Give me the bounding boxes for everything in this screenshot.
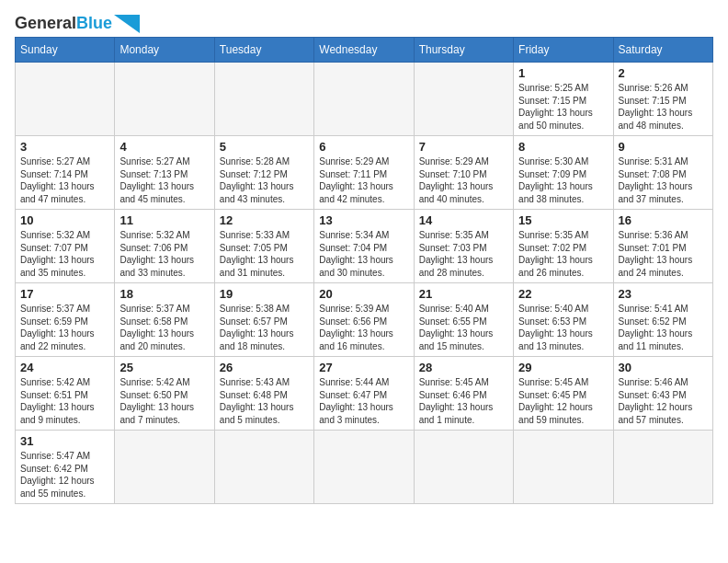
calendar-day-cell: 19Sunrise: 5:38 AM Sunset: 6:57 PM Dayli… [214, 283, 313, 357]
calendar-day-cell: 26Sunrise: 5:43 AM Sunset: 6:48 PM Dayli… [214, 357, 313, 431]
day-info: Sunrise: 5:29 AM Sunset: 7:10 PM Dayligh… [419, 155, 508, 205]
day-info: Sunrise: 5:40 AM Sunset: 6:53 PM Dayligh… [518, 303, 608, 352]
calendar-day-cell: 27Sunrise: 5:44 AM Sunset: 6:47 PM Dayli… [314, 357, 414, 431]
day-number: 12 [220, 213, 309, 227]
day-info: Sunrise: 5:31 AM Sunset: 7:08 PM Dayligh… [619, 155, 708, 205]
calendar-day-cell [314, 63, 414, 136]
calendar-day-cell [214, 431, 313, 504]
calendar-week-row: 24Sunrise: 5:42 AM Sunset: 6:51 PM Dayli… [16, 357, 713, 431]
day-info: Sunrise: 5:38 AM Sunset: 6:57 PM Dayligh… [220, 303, 309, 352]
day-info: Sunrise: 5:34 AM Sunset: 7:04 PM Dayligh… [319, 229, 408, 279]
calendar-day-cell [514, 431, 613, 504]
calendar-day-cell: 30Sunrise: 5:46 AM Sunset: 6:43 PM Dayli… [613, 357, 712, 431]
day-number: 18 [119, 287, 209, 301]
day-number: 3 [20, 140, 109, 154]
calendar-day-cell: 13Sunrise: 5:34 AM Sunset: 7:04 PM Dayli… [314, 210, 414, 283]
day-info: Sunrise: 5:33 AM Sunset: 7:05 PM Dayligh… [220, 229, 309, 279]
day-number: 5 [220, 140, 309, 154]
weekday-header-monday: Monday [115, 38, 214, 63]
weekday-header-saturday: Saturday [613, 38, 712, 63]
logo: GeneralBlue [15, 15, 140, 33]
calendar-day-cell [414, 431, 513, 504]
calendar-day-cell [613, 431, 712, 504]
day-number: 28 [419, 361, 508, 374]
calendar-day-cell: 24Sunrise: 5:42 AM Sunset: 6:51 PM Dayli… [16, 357, 115, 431]
day-info: Sunrise: 5:26 AM Sunset: 7:15 PM Dayligh… [619, 82, 708, 132]
calendar-week-row: 1Sunrise: 5:25 AM Sunset: 7:15 PM Daylig… [16, 63, 713, 136]
day-number: 11 [119, 213, 209, 227]
day-info: Sunrise: 5:42 AM Sunset: 6:50 PM Dayligh… [119, 376, 209, 426]
day-number: 29 [518, 361, 608, 374]
calendar-day-cell [214, 63, 313, 136]
day-info: Sunrise: 5:30 AM Sunset: 7:09 PM Dayligh… [518, 155, 608, 205]
calendar-day-cell: 9Sunrise: 5:31 AM Sunset: 7:08 PM Daylig… [613, 136, 712, 210]
day-number: 10 [20, 213, 109, 227]
calendar-day-cell: 7Sunrise: 5:29 AM Sunset: 7:10 PM Daylig… [414, 136, 513, 210]
calendar-day-cell: 21Sunrise: 5:40 AM Sunset: 6:55 PM Dayli… [414, 283, 513, 357]
day-info: Sunrise: 5:40 AM Sunset: 6:55 PM Dayligh… [419, 303, 508, 352]
day-number: 26 [220, 361, 309, 374]
calendar-day-cell [115, 431, 214, 504]
day-number: 13 [319, 213, 408, 227]
day-number: 15 [518, 213, 608, 227]
day-info: Sunrise: 5:32 AM Sunset: 7:07 PM Dayligh… [20, 229, 109, 279]
calendar-day-cell: 3Sunrise: 5:27 AM Sunset: 7:14 PM Daylig… [16, 136, 115, 210]
calendar-day-cell: 23Sunrise: 5:41 AM Sunset: 6:52 PM Dayli… [613, 283, 712, 357]
calendar-week-row: 3Sunrise: 5:27 AM Sunset: 7:14 PM Daylig… [16, 136, 713, 210]
day-number: 9 [619, 140, 708, 154]
calendar-day-cell: 25Sunrise: 5:42 AM Sunset: 6:50 PM Dayli… [115, 357, 214, 431]
day-info: Sunrise: 5:35 AM Sunset: 7:03 PM Dayligh… [419, 229, 508, 279]
calendar-table: SundayMondayTuesdayWednesdayThursdayFrid… [15, 37, 713, 504]
day-info: Sunrise: 5:29 AM Sunset: 7:11 PM Dayligh… [319, 155, 408, 205]
calendar-day-cell: 5Sunrise: 5:28 AM Sunset: 7:12 PM Daylig… [214, 136, 313, 210]
logo-icon [114, 15, 140, 33]
day-info: Sunrise: 5:43 AM Sunset: 6:48 PM Dayligh… [220, 376, 309, 426]
calendar-day-cell: 14Sunrise: 5:35 AM Sunset: 7:03 PM Dayli… [414, 210, 513, 283]
day-number: 24 [20, 361, 109, 374]
weekday-header-row: SundayMondayTuesdayWednesdayThursdayFrid… [16, 38, 713, 63]
day-info: Sunrise: 5:37 AM Sunset: 6:59 PM Dayligh… [20, 303, 109, 352]
day-info: Sunrise: 5:44 AM Sunset: 6:47 PM Dayligh… [319, 376, 408, 426]
calendar-week-row: 10Sunrise: 5:32 AM Sunset: 7:07 PM Dayli… [16, 210, 713, 283]
calendar-day-cell: 17Sunrise: 5:37 AM Sunset: 6:59 PM Dayli… [16, 283, 115, 357]
calendar-day-cell: 20Sunrise: 5:39 AM Sunset: 6:56 PM Dayli… [314, 283, 414, 357]
day-info: Sunrise: 5:25 AM Sunset: 7:15 PM Dayligh… [518, 82, 608, 132]
day-number: 31 [20, 434, 109, 448]
day-number: 8 [518, 140, 608, 154]
day-number: 16 [619, 213, 708, 227]
day-number: 27 [319, 361, 408, 374]
calendar-day-cell: 29Sunrise: 5:45 AM Sunset: 6:45 PM Dayli… [514, 357, 613, 431]
day-number: 2 [619, 66, 708, 80]
calendar-day-cell: 8Sunrise: 5:30 AM Sunset: 7:09 PM Daylig… [514, 136, 613, 210]
day-number: 17 [20, 287, 109, 301]
calendar-day-cell: 1Sunrise: 5:25 AM Sunset: 7:15 PM Daylig… [514, 63, 613, 136]
weekday-header-tuesday: Tuesday [214, 38, 313, 63]
calendar-day-cell: 15Sunrise: 5:35 AM Sunset: 7:02 PM Dayli… [514, 210, 613, 283]
day-info: Sunrise: 5:46 AM Sunset: 6:43 PM Dayligh… [619, 376, 708, 426]
calendar-day-cell: 18Sunrise: 5:37 AM Sunset: 6:58 PM Dayli… [115, 283, 214, 357]
day-info: Sunrise: 5:27 AM Sunset: 7:14 PM Dayligh… [20, 155, 109, 205]
day-number: 20 [319, 287, 408, 301]
day-number: 23 [619, 287, 708, 301]
day-number: 21 [419, 287, 508, 301]
day-info: Sunrise: 5:32 AM Sunset: 7:06 PM Dayligh… [119, 229, 209, 279]
page-header: GeneralBlue [15, 15, 713, 33]
svg-marker-0 [114, 15, 140, 33]
calendar-day-cell [16, 63, 115, 136]
day-info: Sunrise: 5:47 AM Sunset: 6:42 PM Dayligh… [20, 450, 109, 500]
day-info: Sunrise: 5:28 AM Sunset: 7:12 PM Dayligh… [220, 155, 309, 205]
day-number: 4 [119, 140, 209, 154]
day-info: Sunrise: 5:36 AM Sunset: 7:01 PM Dayligh… [619, 229, 708, 279]
calendar-day-cell: 31Sunrise: 5:47 AM Sunset: 6:42 PM Dayli… [16, 431, 115, 504]
calendar-day-cell: 2Sunrise: 5:26 AM Sunset: 7:15 PM Daylig… [613, 63, 712, 136]
day-number: 25 [119, 361, 209, 374]
weekday-header-wednesday: Wednesday [314, 38, 414, 63]
calendar-day-cell: 4Sunrise: 5:27 AM Sunset: 7:13 PM Daylig… [115, 136, 214, 210]
day-info: Sunrise: 5:45 AM Sunset: 6:46 PM Dayligh… [419, 376, 508, 426]
calendar-day-cell: 10Sunrise: 5:32 AM Sunset: 7:07 PM Dayli… [16, 210, 115, 283]
weekday-header-friday: Friday [514, 38, 613, 63]
day-info: Sunrise: 5:41 AM Sunset: 6:52 PM Dayligh… [619, 303, 708, 352]
calendar-day-cell [314, 431, 414, 504]
day-info: Sunrise: 5:39 AM Sunset: 6:56 PM Dayligh… [319, 303, 408, 352]
day-number: 7 [419, 140, 508, 154]
